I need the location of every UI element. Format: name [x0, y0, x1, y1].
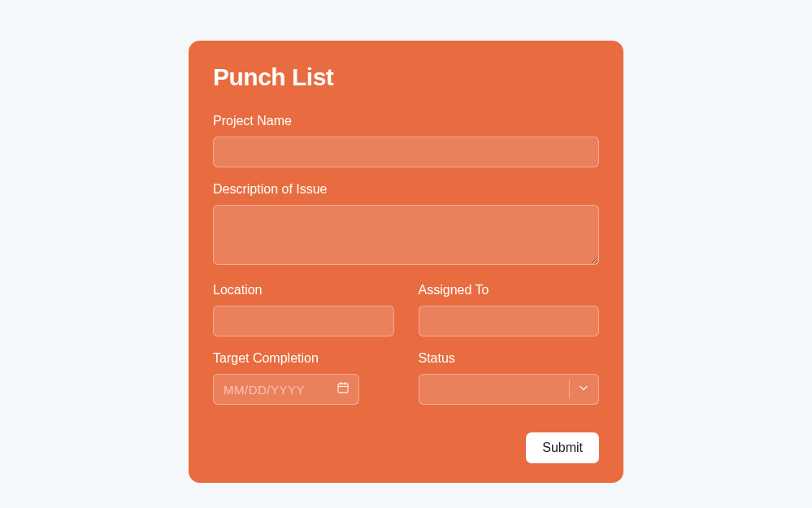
description-field: Description of Issue	[213, 182, 599, 268]
target-completion-field: Target Completion	[213, 351, 394, 405]
description-input[interactable]	[213, 205, 599, 265]
assigned-to-input[interactable]	[419, 306, 600, 336]
submit-button[interactable]: Submit	[526, 432, 599, 463]
punch-list-form: Punch List Project Name Description of I…	[189, 41, 623, 483]
assigned-to-field: Assigned To	[419, 283, 600, 336]
project-name-field: Project Name	[213, 114, 599, 167]
target-completion-input[interactable]	[213, 374, 359, 405]
location-label: Location	[213, 283, 394, 297]
form-title: Punch List	[213, 63, 599, 91]
target-completion-label: Target Completion	[213, 351, 394, 366]
project-name-label: Project Name	[213, 114, 599, 128]
status-label: Status	[419, 351, 600, 366]
assigned-to-label: Assigned To	[419, 283, 600, 297]
status-field: Status	[419, 351, 600, 405]
location-field: Location	[213, 283, 394, 336]
status-select[interactable]	[419, 374, 600, 405]
description-label: Description of Issue	[213, 182, 599, 197]
form-actions: Submit	[213, 432, 599, 463]
location-input[interactable]	[213, 306, 394, 336]
project-name-input[interactable]	[213, 137, 599, 167]
